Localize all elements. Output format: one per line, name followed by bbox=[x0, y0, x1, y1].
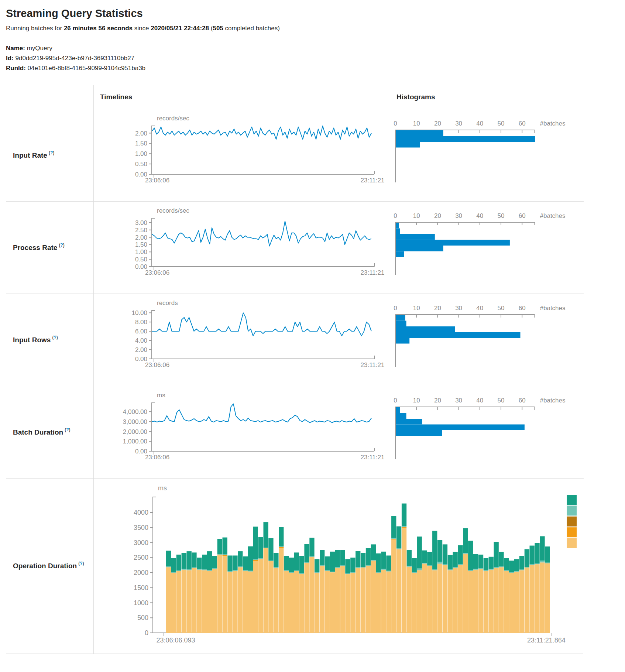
process-rate-histogram-chart: 0102030405060#batches bbox=[390, 202, 583, 294]
svg-text:3000: 3000 bbox=[134, 539, 148, 546]
svg-text:records/sec: records/sec bbox=[157, 207, 189, 214]
svg-text:50: 50 bbox=[498, 120, 505, 127]
operation-duration-help-icon[interactable]: (?) bbox=[78, 561, 84, 566]
svg-text:0.50: 0.50 bbox=[135, 256, 147, 263]
svg-text:1.50: 1.50 bbox=[135, 140, 147, 147]
svg-text:60: 60 bbox=[519, 305, 526, 312]
svg-text:ms: ms bbox=[158, 484, 167, 492]
svg-text:500: 500 bbox=[137, 614, 148, 621]
svg-text:4000: 4000 bbox=[134, 509, 148, 516]
svg-text:4.00: 4.00 bbox=[135, 337, 147, 344]
query-runid-label: RunId: bbox=[6, 65, 26, 72]
operation-duration-legend-swatch-2 bbox=[567, 517, 577, 527]
svg-text:23:11:21: 23:11:21 bbox=[361, 454, 385, 461]
svg-text:40: 40 bbox=[476, 120, 483, 127]
svg-text:30: 30 bbox=[455, 305, 462, 312]
svg-text:0: 0 bbox=[394, 212, 397, 219]
svg-text:3,000.00: 3,000.00 bbox=[123, 418, 147, 425]
svg-text:#batches: #batches bbox=[540, 397, 566, 404]
statistics-table: Timelines Histograms Input Rate (?) reco… bbox=[6, 85, 583, 654]
svg-text:1500: 1500 bbox=[134, 584, 148, 592]
query-id-label: Id: bbox=[6, 55, 14, 62]
svg-text:20: 20 bbox=[434, 397, 441, 404]
svg-text:20: 20 bbox=[434, 120, 441, 127]
svg-text:40: 40 bbox=[476, 305, 483, 312]
batch-duration-histogram-chart: 0102030405060#batches bbox=[390, 386, 583, 478]
process-rate-timeline-chart: records/sec3.002.502.001.501.000.500.002… bbox=[94, 202, 389, 294]
completed-batch-count: 505 bbox=[213, 25, 223, 32]
operation-duration-legend-swatch-3 bbox=[567, 527, 577, 537]
query-name-row: Name: myQuery bbox=[6, 43, 625, 53]
operation-duration-legend-swatch-1 bbox=[567, 505, 577, 515]
svg-text:0: 0 bbox=[394, 305, 397, 312]
svg-text:4,000.00: 4,000.00 bbox=[123, 408, 147, 415]
svg-text:20: 20 bbox=[434, 212, 441, 219]
svg-text:records: records bbox=[157, 299, 178, 306]
svg-text:8.00: 8.00 bbox=[135, 319, 147, 326]
svg-text:#batches: #batches bbox=[540, 212, 566, 219]
input-rows-histogram-chart: 0102030405060#batches bbox=[390, 294, 583, 386]
input-rows-timeline-cell: records10.008.006.004.002.000.0023:06:06… bbox=[94, 294, 390, 386]
column-header-timelines: Timelines bbox=[94, 85, 390, 109]
query-name-label: Name: bbox=[6, 45, 25, 52]
query-name-value: myQuery bbox=[27, 45, 52, 52]
page-title: Streaming Query Statistics bbox=[6, 7, 625, 20]
svg-text:50: 50 bbox=[498, 305, 505, 312]
query-runid-row: RunId: 04e101e6-8bf8-4165-9099-9104c951b… bbox=[6, 63, 625, 73]
input-rate-histogram-cell: 0102030405060#batches bbox=[390, 109, 584, 201]
svg-text:60: 60 bbox=[519, 397, 526, 404]
svg-text:23:06:06: 23:06:06 bbox=[145, 177, 169, 184]
svg-text:6.00: 6.00 bbox=[135, 328, 147, 335]
svg-text:2000: 2000 bbox=[134, 569, 148, 576]
operation-duration-chart-cell: ms4000350030002500200015001000500023:06:… bbox=[94, 478, 584, 654]
input-rate-timeline-chart: records/sec2.001.501.000.500.0023:06:062… bbox=[94, 109, 389, 201]
batch-duration-help-icon[interactable]: (?) bbox=[65, 427, 70, 432]
svg-text:10: 10 bbox=[413, 212, 420, 219]
input-rows-histogram-cell: 0102030405060#batches bbox=[390, 294, 584, 386]
operation-duration-stacked-chart: ms4000350030002500200015001000500023:06:… bbox=[94, 479, 583, 654]
svg-text:10.00: 10.00 bbox=[131, 309, 147, 316]
svg-text:2.00: 2.00 bbox=[135, 234, 147, 241]
svg-text:0: 0 bbox=[394, 397, 397, 404]
row-label-input-rows: Input Rows (?) bbox=[6, 294, 94, 386]
batch-duration-timeline-cell: ms4,000.003,000.002,000.001,000.000.0023… bbox=[94, 386, 390, 478]
svg-text:records/sec: records/sec bbox=[157, 115, 189, 122]
svg-text:10: 10 bbox=[413, 305, 420, 312]
input-rate-timeline-cell: records/sec2.001.501.000.500.0023:06:062… bbox=[94, 109, 390, 201]
svg-text:ms: ms bbox=[157, 392, 165, 399]
input-rows-timeline-chart: records10.008.006.004.002.000.0023:06:06… bbox=[94, 294, 389, 386]
svg-text:50: 50 bbox=[498, 397, 505, 404]
svg-text:60: 60 bbox=[519, 212, 526, 219]
input-rows-help-icon[interactable]: (?) bbox=[52, 335, 58, 340]
svg-text:23:11:21.864: 23:11:21.864 bbox=[527, 637, 566, 644]
input-rate-help-icon[interactable]: (?) bbox=[49, 150, 54, 155]
process-rate-timeline-cell: records/sec3.002.502.001.501.000.500.002… bbox=[94, 201, 390, 294]
svg-text:40: 40 bbox=[476, 397, 483, 404]
running-batches-summary: Running batches for 26 minutes 56 second… bbox=[6, 25, 625, 32]
svg-text:0: 0 bbox=[145, 629, 148, 637]
svg-text:0: 0 bbox=[394, 120, 397, 127]
svg-text:2.00: 2.00 bbox=[135, 346, 147, 353]
batch-duration-timeline-chart: ms4,000.003,000.002,000.001,000.000.0023… bbox=[94, 386, 389, 478]
process-rate-help-icon[interactable]: (?) bbox=[59, 243, 64, 248]
svg-text:23:06:06: 23:06:06 bbox=[145, 454, 169, 461]
input-rate-histogram-chart: 0102030405060#batches bbox=[390, 109, 583, 201]
svg-text:1.50: 1.50 bbox=[135, 241, 147, 248]
svg-text:#batches: #batches bbox=[540, 120, 566, 127]
svg-text:10: 10 bbox=[413, 397, 420, 404]
operation-duration-legend-swatch-4 bbox=[567, 538, 577, 548]
row-label-input-rate: Input Rate (?) bbox=[6, 109, 94, 201]
svg-text:23:06:06.093: 23:06:06.093 bbox=[156, 637, 195, 644]
svg-text:20: 20 bbox=[434, 305, 441, 312]
svg-text:50: 50 bbox=[498, 212, 505, 219]
query-runid-value: 04e101e6-8bf8-4165-9099-9104c951ba3b bbox=[28, 65, 146, 72]
svg-text:30: 30 bbox=[455, 397, 462, 404]
svg-text:23:11:21: 23:11:21 bbox=[361, 361, 385, 368]
svg-text:3500: 3500 bbox=[134, 524, 148, 531]
svg-text:1,000.00: 1,000.00 bbox=[123, 438, 147, 445]
svg-text:2500: 2500 bbox=[134, 554, 148, 561]
svg-text:2.00: 2.00 bbox=[135, 130, 147, 137]
svg-text:#batches: #batches bbox=[540, 305, 566, 312]
svg-text:30: 30 bbox=[455, 120, 462, 127]
svg-text:23:06:06: 23:06:06 bbox=[145, 269, 169, 276]
